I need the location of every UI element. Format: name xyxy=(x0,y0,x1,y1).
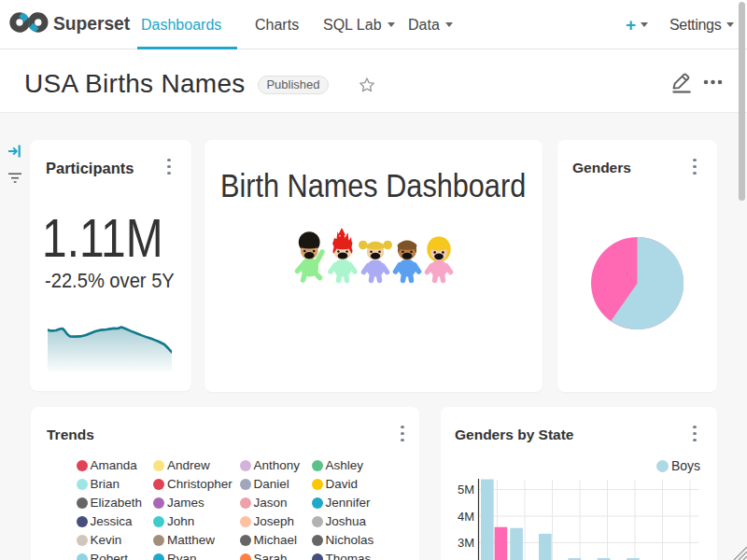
svg-text:4M: 4M xyxy=(458,510,474,524)
svg-text:3M: 3M xyxy=(458,536,474,550)
svg-text:5M: 5M xyxy=(458,483,474,497)
